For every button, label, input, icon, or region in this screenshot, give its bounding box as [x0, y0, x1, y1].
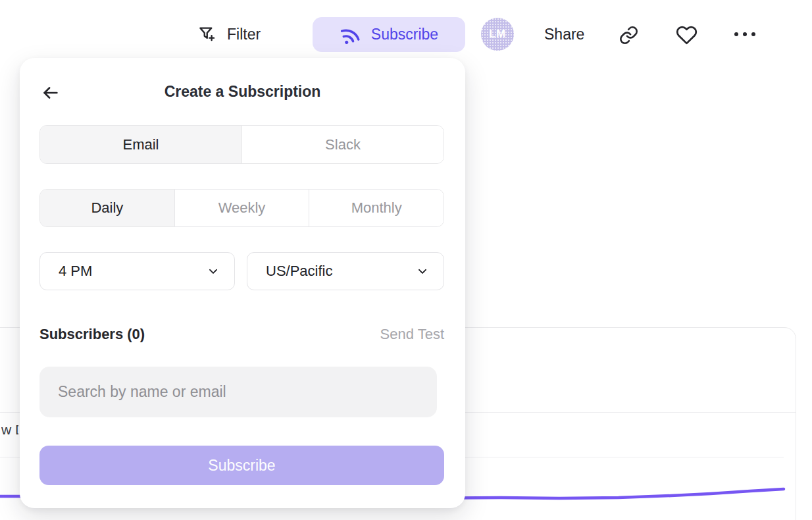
timezone-select-value: US/Pacific [266, 263, 332, 280]
subscribe-button[interactable]: Subscribe [313, 17, 465, 52]
heart-icon [676, 24, 698, 46]
filter-button[interactable]: Filter [197, 17, 261, 51]
modal-subscribe-button[interactable]: Subscribe [39, 446, 444, 485]
ellipsis-icon [734, 32, 738, 36]
background-text-fragment: w D [1, 422, 18, 440]
favorite-button[interactable] [675, 24, 698, 46]
app-root: w D Filter Subscribe LM [0, 0, 812, 520]
filter-label: Filter [227, 26, 261, 43]
create-subscription-modal: Create a Subscription Email Slack Daily … [20, 58, 465, 508]
copy-link-button[interactable] [617, 24, 640, 46]
share-label: Share [544, 26, 584, 43]
subscribers-count-label: Subscribers (0) [39, 326, 145, 343]
share-button[interactable]: Share [544, 17, 584, 51]
more-menu-button[interactable] [732, 17, 758, 51]
channel-tabs: Email Slack [39, 125, 444, 164]
filter-icon [197, 24, 217, 44]
tab-weekly[interactable]: Weekly [174, 190, 309, 226]
subscribers-row: Subscribers (0) Send Test [39, 324, 444, 345]
rss-icon [337, 21, 363, 47]
tab-slack[interactable]: Slack [241, 126, 444, 163]
avatar[interactable]: LM [481, 18, 514, 51]
subscribe-label: Subscribe [371, 26, 438, 43]
time-select-value: 4 PM [59, 263, 92, 280]
timezone-select[interactable]: US/Pacific [247, 252, 444, 290]
send-test-button[interactable]: Send Test [380, 326, 444, 343]
tab-daily[interactable]: Daily [40, 190, 174, 226]
chevron-down-icon [416, 265, 429, 278]
tab-monthly[interactable]: Monthly [309, 190, 444, 226]
frequency-tabs: Daily Weekly Monthly [39, 189, 444, 227]
link-icon [619, 25, 639, 45]
chevron-down-icon [207, 265, 220, 278]
tab-email[interactable]: Email [40, 126, 241, 163]
time-select[interactable]: 4 PM [39, 252, 235, 290]
modal-title: Create a Subscription [20, 83, 465, 101]
subscriber-search-input[interactable] [39, 367, 437, 417]
avatar-initials: LM [489, 28, 506, 41]
